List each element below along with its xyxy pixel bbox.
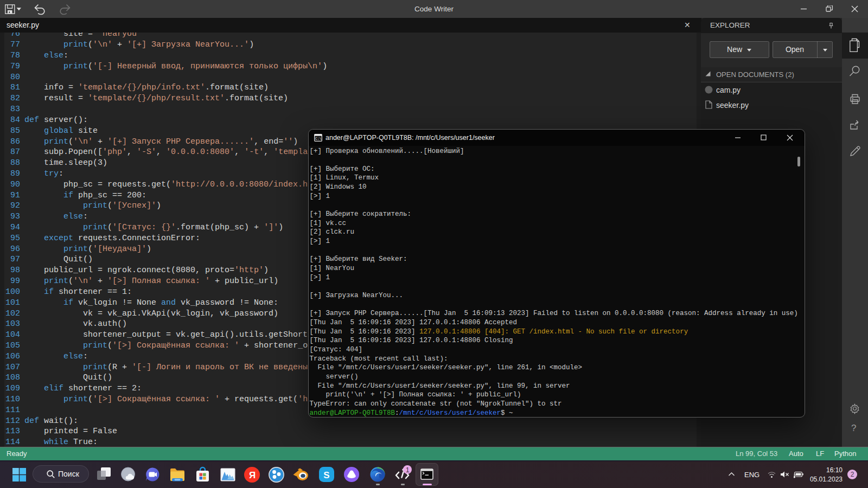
svg-text:C:\: C:\ [315, 137, 322, 141]
svg-text:S: S [323, 470, 329, 480]
svg-text:Я: Я [249, 470, 256, 480]
svg-text:1: 1 [406, 466, 410, 474]
